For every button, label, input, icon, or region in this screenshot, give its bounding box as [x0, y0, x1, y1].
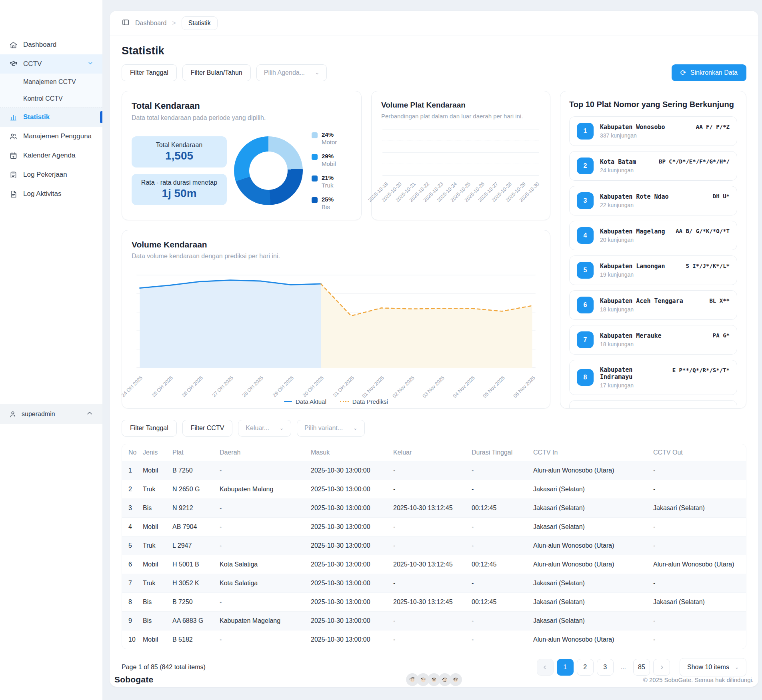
chevron-down-icon: ⌄ [280, 425, 284, 431]
team-avatars [406, 673, 462, 686]
sidebar-toggle-icon[interactable] [122, 18, 130, 28]
next-page-button[interactable] [653, 659, 670, 676]
x-axis-label: 03 Nov 2025 [422, 375, 446, 399]
table-row: 2 Truk N 2650 G Kabupaten Malang 2025-10… [122, 480, 746, 499]
col-cctv-in: CCTV In [533, 444, 653, 461]
sidebar-item-statistik[interactable]: Statistik [0, 108, 102, 127]
region-name: Kabupaten Magelang [600, 228, 669, 235]
visit-count: 18 kunjungan [600, 306, 703, 313]
page: Dashboard CCTV Manajemen CCTV Kontrol CC… [0, 0, 762, 700]
sinkronkan-data-button[interactable]: ⟳ Sinkronkan Data [672, 64, 746, 81]
visit-count: 24 kunjungan [600, 167, 652, 174]
sidebar-user-menu[interactable]: superadmin [0, 404, 102, 424]
rank-badge: 8 [577, 369, 594, 386]
pilih-variant-select[interactable]: Pilih variant... ⌄ [297, 420, 365, 437]
sidebar-item-manajemen-pengguna[interactable]: Manajemen Pengguna [0, 127, 102, 146]
document-icon [9, 189, 18, 198]
legend-swatch [312, 197, 318, 203]
sidebar-submenu: Manajemen CCTV Kontrol CCTV [0, 74, 102, 108]
table-row: 9 Bis AA 6883 G Kabupaten Magelang 2025-… [122, 612, 746, 630]
home-icon [9, 40, 18, 49]
durasi-menetap-value: 1j 50m [136, 187, 223, 200]
sidebar-item-label: Log Aktivitas [23, 190, 61, 198]
breadcrumb: Dashboard > Statistik [122, 11, 746, 36]
last-page-button[interactable]: 85 [633, 659, 650, 676]
plate-codes: E P**/Q*/R*/S*/T* [672, 367, 730, 373]
sidebar-item-log-pekerjaan[interactable]: Log Pekerjaan [0, 165, 102, 184]
volume-kendaraan-card: Volume Kendaraan Data volume kendaraan d… [122, 230, 550, 409]
rank-badge: 2 [577, 158, 594, 174]
sidebar-item-cctv[interactable]: CCTV [0, 54, 102, 74]
table-filter-tanggal-button[interactable]: Filter Tanggal [122, 420, 177, 437]
plate-codes: PA G* [713, 332, 730, 339]
col-daerah: Daerah [220, 444, 311, 461]
x-axis-label: 26 Okt 2025 [181, 375, 204, 398]
region-name: Kabupaten Merauke [600, 332, 706, 339]
sidebar-item-dashboard[interactable]: Dashboard [0, 35, 102, 54]
col-durasi: Durasi Tinggal [472, 444, 533, 461]
x-axis-label: 04 Nov 2025 [452, 375, 476, 399]
visit-count: 337 kunjungan [600, 132, 690, 139]
chevron-down-icon: ⌄ [315, 70, 319, 76]
chart-legend: Data Aktual Data Prediksi [132, 398, 540, 405]
chevron-down-icon[interactable] [87, 60, 94, 68]
top10-list-item: 5 Kabupaten Lamongan 19 kunjungan S I*/J… [569, 255, 737, 285]
divider [110, 36, 758, 36]
col-cctv-out: CCTV Out [653, 444, 746, 461]
top10-list-item: 4 Kabupaten Magelang 20 kunjungan AA B/ … [569, 221, 737, 250]
table-row: 8 Bis B 7250 - 2025-10-30 13:00:00 2025-… [122, 593, 746, 612]
pagination-summary: Page 1 of 85 (842 total items) [122, 664, 206, 671]
person-icon [9, 410, 17, 418]
clipboard-icon [9, 170, 18, 179]
vehicle-donut-chart [234, 136, 303, 205]
sidebar-item-label: Manajemen Pengguna [23, 132, 92, 140]
top10-list-item-clipped [569, 400, 737, 409]
card-title: Total Kendaraan [132, 101, 352, 111]
page-ellipsis: ... [617, 659, 630, 676]
volume-plat-card: Volume Plat Kendaraan Perbandingan plat … [371, 91, 550, 220]
table-row: 6 Mobil H 5001 B Kota Salatiga 2025-10-3… [122, 555, 746, 574]
breadcrumb-dashboard[interactable]: Dashboard [135, 20, 166, 27]
region-name: Kota Batam [600, 158, 652, 166]
prediction-line-swatch [340, 401, 349, 402]
rank-badge: 5 [577, 262, 594, 279]
legend-item: 25% Bis [312, 196, 337, 210]
keluar-select[interactable]: Keluar... ⌄ [238, 420, 291, 437]
plate-codes: AA F/ P/*Z [696, 124, 730, 130]
sync-icon: ⟳ [680, 69, 686, 76]
legend-item: 24% Motor [312, 131, 337, 146]
pilih-agenda-placeholder: Pilih Agenda... [264, 69, 305, 76]
legend-item: 21% Truk [312, 174, 337, 189]
pilih-agenda-select[interactable]: Pilih Agenda... ⌄ [256, 64, 327, 81]
page-button[interactable]: 1 [557, 659, 574, 676]
volume-x-axis-labels: 24 Okt 202525 Okt 202526 Okt 202527 Okt … [132, 372, 540, 397]
show-items-select[interactable]: Show 10 items ⌄ [680, 658, 746, 676]
prev-page-button[interactable] [537, 659, 554, 676]
filter-tanggal-button[interactable]: Filter Tanggal [122, 64, 177, 81]
top10-list-item: 3 Kabupaten Rote Ndao 22 kunjungan DH U* [569, 186, 737, 215]
sidebar-item-label: Dashboard [23, 41, 56, 49]
rank-badge: 7 [577, 331, 594, 348]
volume-kendaraan-chart [132, 267, 540, 372]
top10-list-item: 6 Kabupaten Aceh Tenggara 18 kunjungan B… [569, 290, 737, 320]
table-toolbar: Filter Tanggal Filter CCTV Keluar... ⌄ P… [122, 420, 746, 437]
table-filter-cctv-button[interactable]: Filter CCTV [182, 420, 233, 437]
visit-count: 17 kunjungan [600, 382, 666, 389]
sidebar-item-kontrol-cctv[interactable]: Kontrol CCTV [0, 90, 102, 107]
sidebar-item-log-aktivitas[interactable]: Log Aktivitas [0, 184, 102, 203]
x-axis-label: 28 Okt 2025 [241, 375, 264, 398]
page-button[interactable]: 3 [597, 659, 614, 676]
x-axis-label: 06 Nov 2025 [512, 375, 536, 399]
card-subtitle: Data volume kendaraan dengan prediksi pe… [132, 253, 540, 260]
copyright-text: © 2025 SoboGate. Semua hak dilindungi. [643, 676, 754, 683]
sidebar-item-manajemen-cctv[interactable]: Manajemen CCTV [0, 74, 102, 90]
col-keluar: Keluar [393, 444, 472, 461]
brand-logo: Sobogate [114, 675, 153, 684]
filter-bulan-tahun-button[interactable]: Filter Bulan/Tahun [182, 64, 251, 81]
page-button[interactable]: 2 [577, 659, 594, 676]
plate-codes: S I*/J*/K*/L* [686, 263, 730, 269]
page-title: Statistik [122, 45, 746, 57]
volume-plat-chart [381, 126, 540, 178]
durasi-menetap-stat: Rata - rata durasi menetap 1j 50m [132, 174, 227, 205]
sidebar-item-kalender-agenda[interactable]: Kalender Agenda [0, 146, 102, 165]
